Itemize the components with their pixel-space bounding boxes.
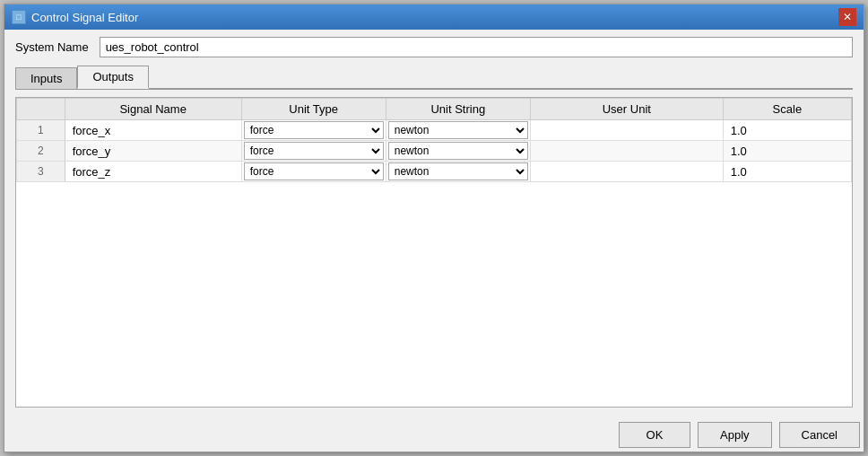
title-bar-left: □ Control Signal Editor: [12, 10, 138, 24]
tabs-row: Inputs Outputs: [15, 65, 853, 90]
system-name-row: System Name: [15, 37, 853, 57]
table-body: 1force_xforcetorquelengthangletimenonene…: [17, 120, 852, 182]
row-number: 2: [17, 141, 65, 162]
unit-type-select[interactable]: forcetorquelengthangletimenone: [244, 162, 384, 180]
unit-type-select[interactable]: forcetorquelengthangletimenone: [244, 142, 384, 160]
signal-name-cell: force_y: [65, 141, 241, 162]
dialog-icon: □: [12, 10, 26, 24]
system-name-input[interactable]: [100, 37, 853, 57]
col-header-user-unit: User Unit: [530, 99, 723, 120]
table-header-row: Signal Name Unit Type Unit String User U…: [17, 99, 852, 120]
row-number: 1: [17, 120, 65, 141]
tab-outputs[interactable]: Outputs: [77, 66, 149, 89]
signal-name-cell: force_z: [65, 162, 241, 182]
unit-string-cell: newtonpound-forcekilogram-forcedyne: [386, 120, 530, 141]
unit-type-select[interactable]: forcetorquelengthangletimenone: [244, 121, 384, 139]
unit-string-select[interactable]: newtonpound-forcekilogram-forcedyne: [388, 121, 528, 139]
unit-type-cell: forcetorquelengthangletimenone: [241, 120, 386, 141]
control-signal-editor-dialog: □ Control Signal Editor ✕ System Name In…: [4, 4, 864, 452]
unit-string-cell: newtonpound-forcekilogram-forcedyne: [386, 141, 530, 162]
unit-type-cell: forcetorquelengthangletimenone: [241, 162, 386, 182]
scale-cell: 1.0: [723, 141, 851, 162]
unit-string-select[interactable]: newtonpound-forcekilogram-forcedyne: [388, 162, 528, 180]
unit-string-cell: newtonpound-forcekilogram-forcedyne: [386, 162, 530, 182]
tab-inputs[interactable]: Inputs: [15, 67, 77, 89]
cancel-button[interactable]: Cancel: [779, 422, 860, 448]
title-bar: □ Control Signal Editor ✕: [4, 4, 864, 30]
unit-string-select[interactable]: newtonpound-forcekilogram-forcedyne: [388, 142, 528, 160]
col-header-scale: Scale: [723, 99, 851, 120]
system-name-label: System Name: [15, 40, 89, 54]
close-button[interactable]: ✕: [838, 8, 856, 26]
scale-cell: 1.0: [723, 162, 851, 182]
dialog-title: Control Signal Editor: [31, 11, 138, 24]
scale-cell: 1.0: [723, 120, 851, 141]
col-header-signal-name: Signal Name: [65, 99, 241, 120]
signal-name-cell: force_x: [65, 120, 241, 141]
table-row: 2force_yforcetorquelengthangletimenonene…: [17, 141, 852, 162]
user-unit-cell: [530, 141, 723, 162]
dialog-body: System Name Inputs Outputs Signal Name U…: [4, 30, 864, 415]
dialog-footer: OK Apply Cancel: [4, 415, 864, 452]
ok-button[interactable]: OK: [619, 422, 690, 448]
user-unit-cell: [530, 162, 723, 182]
user-unit-cell: [530, 120, 723, 141]
unit-type-cell: forcetorquelengthangletimenone: [241, 141, 386, 162]
signals-table-container: Signal Name Unit Type Unit String User U…: [15, 97, 853, 408]
table-row: 1force_xforcetorquelengthangletimenonene…: [17, 120, 852, 141]
col-header-unit-type: Unit Type: [241, 99, 386, 120]
apply-button[interactable]: Apply: [698, 422, 772, 448]
col-header-unit-string: Unit String: [386, 99, 530, 120]
col-header-num: [17, 99, 65, 120]
table-row: 3force_zforcetorquelengthangletimenonene…: [17, 162, 852, 182]
row-number: 3: [17, 162, 65, 182]
signals-table: Signal Name Unit Type Unit String User U…: [16, 98, 852, 182]
